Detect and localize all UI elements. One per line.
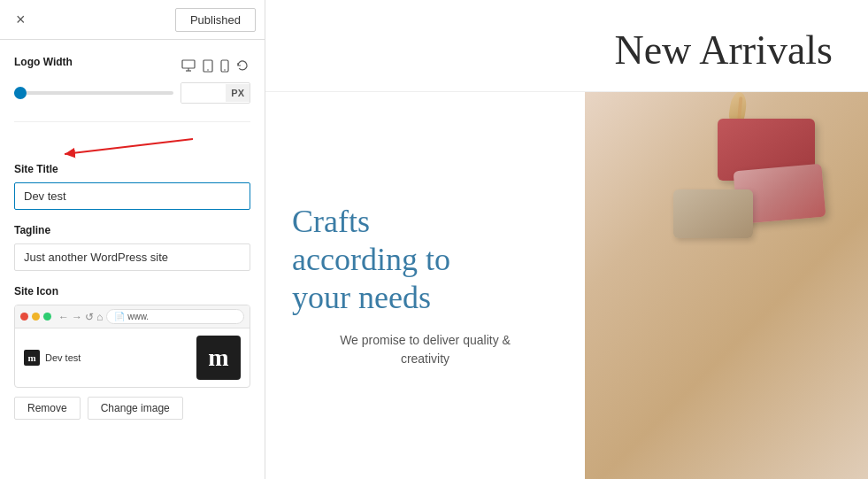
logo-width-section: Logo Width [14,56,250,104]
nav-back[interactable]: ← [58,311,69,323]
tablet-icon-btn[interactable] [201,58,215,74]
site-icon-label: Site Icon [14,285,250,297]
logo-width-slider-track[interactable] [14,91,173,95]
reset-icon [236,59,249,72]
crafts-image [585,92,868,479]
dot-green [43,313,51,321]
slider-thumb[interactable] [14,87,27,99]
site-icon-section: Site Icon ← → ↺ ⌂ 📄 www. [14,285,250,420]
icon-action-buttons: Remove Change image [14,397,250,420]
close-button[interactable]: × [9,7,33,33]
tagline-section: Tagline [14,224,250,271]
browser-mockup: ← → ↺ ⌂ 📄 www. m Dev test [14,305,250,388]
crafts-subtitle: We promise to deliver quality & creativi… [292,331,558,368]
divider-1 [14,121,250,122]
nav-home[interactable]: ⌂ [96,311,103,323]
site-title-section: Site Title [14,163,250,210]
crafts-section: Crafts according to your needs We promis… [265,92,868,479]
new-arrivals-section: New Arrivals [265,0,868,92]
px-input-wrap: PX [181,82,250,104]
desktop-icon [181,59,196,72]
remove-icon-button[interactable]: Remove [14,397,81,420]
favicon-letter: m [27,352,35,363]
reset-icon-btn[interactable] [234,58,250,73]
svg-point-6 [224,69,226,71]
crafts-title-line1: Crafts [292,204,370,239]
dot-red [20,313,28,321]
top-bar: × Published [0,0,265,40]
mobile-icon [220,59,229,73]
tablet-icon [203,59,213,73]
soap-block-3 [673,189,753,238]
tagline-label: Tagline [14,224,250,236]
logo-width-icons [180,58,250,74]
crafts-title-line2: according to [292,242,450,277]
site-icon-letter: m [208,344,228,372]
browser-nav: ← → ↺ ⌂ [58,311,103,323]
crafts-text: Crafts according to your needs We promis… [265,92,585,479]
svg-point-4 [207,69,209,71]
browser-url: 📄 www. [106,309,244,324]
tagline-input[interactable] [14,243,250,271]
site-icon-preview: m [196,336,241,380]
crafts-title: Crafts according to your needs [292,203,558,318]
right-panel: New Arrivals Crafts according to your ne… [265,0,868,479]
logo-width-label: Logo Width [14,56,73,68]
url-text: www. [127,312,149,321]
logo-width-header: Logo Width [14,56,250,75]
browser-favicon: m [24,350,40,366]
site-title-label: Site Title [14,163,250,175]
nav-forward[interactable]: → [72,311,82,323]
new-arrivals-title: New Arrivals [301,27,833,73]
logo-width-controls: PX [14,82,250,104]
page-icon: 📄 [114,312,125,321]
crafts-title-line3: your needs [292,280,431,315]
browser-toolbar: ← → ↺ ⌂ 📄 www. [15,305,250,328]
site-title-input[interactable] [14,182,250,210]
crafts-subtitle-line2: creativity [401,352,449,366]
crafts-subtitle-line1: We promise to deliver quality & [340,333,511,347]
nav-refresh[interactable]: ↺ [85,311,94,323]
browser-content: m Dev test m [15,328,250,387]
change-image-button[interactable]: Change image [88,397,183,420]
arrow-container [14,135,250,161]
svg-rect-0 [182,60,195,68]
mobile-icon-btn[interactable] [219,58,231,74]
published-button[interactable]: Published [175,8,256,32]
logo-width-input[interactable] [181,83,226,103]
red-arrow [56,135,197,159]
panel-content: Logo Width [0,40,265,479]
dot-yellow [32,313,40,321]
left-panel: × Published Logo Width [0,0,265,479]
desktop-icon-btn[interactable] [180,58,197,73]
px-unit-label: PX [226,84,250,102]
soap-scene [585,92,868,479]
svg-line-8 [65,139,193,154]
browser-site-name: Dev test [45,352,81,363]
